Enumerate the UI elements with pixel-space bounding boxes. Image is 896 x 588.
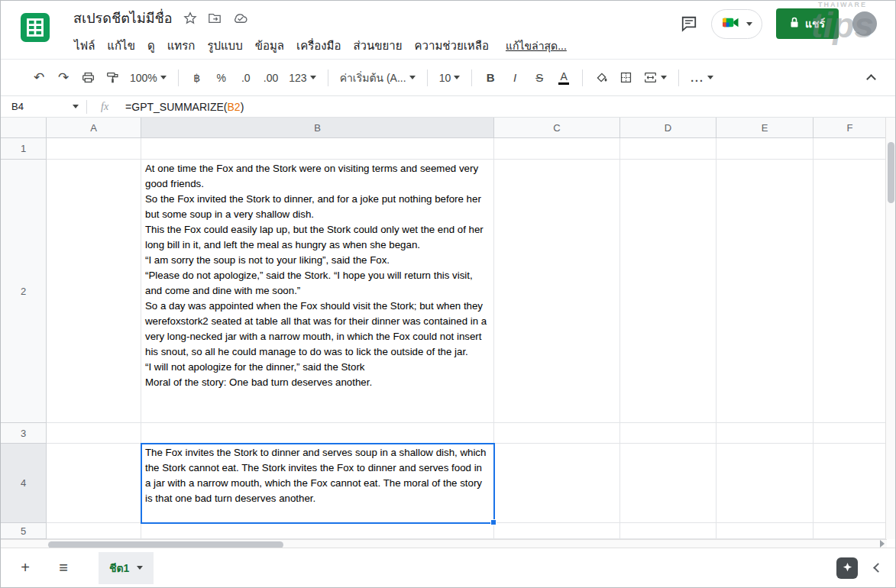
document-title[interactable]: สเปรดชีตไม่มีชื่อ: [73, 7, 173, 29]
menu-bar: ไฟล์ แก้ไข ดู แทรก รูปแบบ ข้อมูล เครื่อง…: [68, 33, 567, 59]
menu-view[interactable]: ดู: [141, 33, 161, 59]
menu-file[interactable]: ไฟล์: [68, 33, 101, 59]
row-header-4[interactable]: 4: [1, 444, 47, 523]
share-button[interactable]: แชร์: [776, 8, 839, 39]
cell-C2[interactable]: [494, 160, 620, 423]
cell-D4[interactable]: [620, 444, 716, 523]
currency-format-button[interactable]: ฿: [186, 66, 208, 89]
column-header-row: A B C D E F: [1, 118, 887, 138]
menu-insert[interactable]: แทรก: [161, 33, 202, 59]
cell-E3[interactable]: [716, 423, 814, 444]
all-sheets-icon[interactable]: ≡: [50, 554, 77, 582]
column-header-E[interactable]: E: [716, 118, 814, 138]
row-header-1[interactable]: 1: [1, 138, 47, 160]
cell-A1[interactable]: [47, 138, 141, 160]
add-sheet-button[interactable]: +: [11, 554, 39, 582]
comments-icon[interactable]: [681, 15, 697, 32]
bold-button[interactable]: B: [480, 66, 501, 89]
scroll-right-arrow-icon[interactable]: [880, 540, 885, 548]
show-side-panel-chevron-icon[interactable]: [873, 563, 883, 573]
select-all-corner[interactable]: [1, 118, 47, 138]
cell-C3[interactable]: [494, 423, 620, 444]
cell-E2[interactable]: [716, 160, 814, 423]
cell-A3[interactable]: [47, 423, 141, 444]
column-header-F[interactable]: F: [814, 118, 887, 138]
column-header-D[interactable]: D: [620, 118, 716, 138]
cell-D3[interactable]: [620, 423, 716, 444]
cell-B5[interactable]: [141, 523, 494, 539]
meet-dropdown-caret: [746, 22, 752, 26]
cell-B2[interactable]: At one time the Fox and the Stork were o…: [141, 160, 494, 423]
borders-icon[interactable]: [615, 66, 636, 89]
meet-button[interactable]: [711, 9, 762, 39]
cell-F1[interactable]: [814, 138, 887, 160]
menu-help[interactable]: ความช่วยเหลือ: [409, 33, 495, 59]
sheets-logo-icon[interactable]: [21, 10, 51, 45]
menu-edit[interactable]: แก้ไข: [101, 33, 141, 59]
cell-A4[interactable]: [47, 444, 141, 523]
menu-tools[interactable]: เครื่องมือ: [290, 33, 347, 59]
cell-F5[interactable]: [814, 523, 887, 539]
cloud-status-icon[interactable]: [232, 11, 248, 24]
sheet-tab[interactable]: ชีต1: [99, 552, 154, 584]
column-header-A[interactable]: A: [47, 118, 141, 138]
redo-icon[interactable]: ↷: [53, 66, 74, 89]
more-formats-button[interactable]: 123: [285, 66, 319, 89]
fill-color-icon[interactable]: [590, 66, 612, 89]
column-header-C[interactable]: C: [494, 118, 620, 138]
undo-icon[interactable]: ↶: [28, 66, 50, 89]
cell-E1[interactable]: [716, 138, 814, 160]
cell-A2[interactable]: [47, 160, 141, 423]
fill-handle[interactable]: [490, 519, 497, 525]
print-icon[interactable]: [77, 66, 99, 89]
paint-format-icon[interactable]: [102, 66, 123, 89]
name-box[interactable]: B4: [1, 96, 86, 117]
cell-B3[interactable]: [141, 423, 494, 444]
toolbar: ↶ ↷ 100% ฿ % .0 .00 123 ค่าเริ่มต้น (A..…: [1, 59, 895, 95]
avatar[interactable]: [852, 11, 877, 36]
menu-extensions[interactable]: ส่วนขยาย: [347, 33, 408, 59]
percent-format-button[interactable]: %: [211, 66, 232, 89]
cell-B1[interactable]: [141, 138, 494, 160]
cell-C1[interactable]: [494, 138, 620, 160]
menu-format[interactable]: รูปแบบ: [201, 33, 248, 59]
move-folder-icon[interactable]: [208, 11, 222, 25]
font-select[interactable]: ค่าเริ่มต้น (A...: [336, 66, 419, 89]
strikethrough-button[interactable]: S: [529, 66, 550, 89]
cell-F3[interactable]: [814, 423, 887, 444]
row-header-3[interactable]: 3: [1, 423, 47, 444]
cell-C4[interactable]: [494, 444, 620, 523]
side-panel-icon[interactable]: [836, 557, 858, 579]
formula-input[interactable]: =GPT_SUMMARIZE(B2): [125, 101, 244, 113]
more-toolbar-button[interactable]: ...: [687, 66, 717, 89]
lock-icon: [790, 17, 799, 31]
formula-cell-reference: B2: [228, 101, 241, 113]
zoom-select[interactable]: 100%: [126, 66, 170, 89]
cell-D5[interactable]: [620, 523, 716, 539]
cell-C5[interactable]: [494, 523, 620, 539]
last-edit-link[interactable]: แก้ไขล่าสุด...: [506, 37, 567, 54]
merge-cells-icon[interactable]: [639, 66, 671, 89]
vertical-scrollbar-thumb[interactable]: [888, 142, 894, 203]
cell-A5[interactable]: [47, 523, 141, 539]
vertical-scrollbar[interactable]: [885, 118, 895, 539]
decrease-decimal-button[interactable]: .0: [235, 66, 257, 89]
cell-F4[interactable]: [814, 444, 887, 523]
spreadsheet-grid: A B C D E F 1 2 At one time the Fox and …: [1, 118, 887, 539]
menu-data[interactable]: ข้อมูล: [249, 33, 290, 59]
cell-F2[interactable]: [814, 160, 887, 423]
cell-D1[interactable]: [620, 138, 716, 160]
text-color-button[interactable]: A: [553, 66, 574, 89]
collapse-toolbar-icon[interactable]: [860, 66, 881, 89]
font-size-select[interactable]: 10: [435, 66, 464, 89]
cell-E5[interactable]: [716, 523, 814, 539]
star-icon[interactable]: [183, 11, 197, 25]
increase-decimal-button[interactable]: .00: [260, 66, 282, 89]
column-header-B[interactable]: B: [141, 118, 494, 138]
cell-E4[interactable]: [716, 444, 814, 523]
row-header-5[interactable]: 5: [1, 523, 47, 539]
italic-button[interactable]: I: [504, 66, 526, 89]
cell-D2[interactable]: [620, 160, 716, 423]
cell-B4-selected[interactable]: The Fox invites the Stork to dinner and …: [141, 444, 494, 523]
row-header-2[interactable]: 2: [1, 160, 47, 423]
